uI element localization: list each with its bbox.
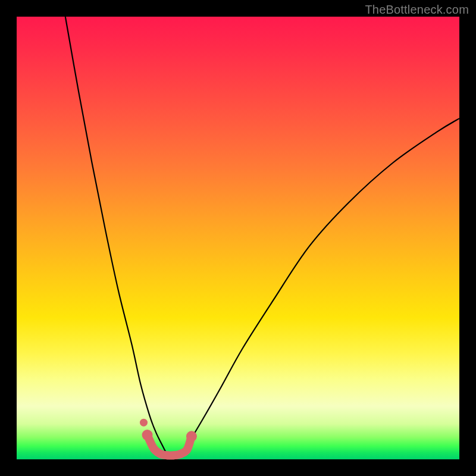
left-branch-curve (65, 17, 167, 455)
chart-frame: TheBottleneck.com (0, 0, 476, 476)
curve-layer (17, 17, 459, 459)
valley-marker-dot (142, 430, 153, 440)
watermark-text: TheBottleneck.com (365, 3, 469, 17)
plot-area (17, 17, 459, 459)
valley-marker-dot (186, 431, 197, 441)
right-branch-curve (180, 118, 459, 455)
valley-marker-group (140, 419, 197, 460)
valley-marker-dot (150, 444, 158, 453)
valley-marker-dot (183, 446, 191, 454)
valley-marker-outlier-dot (140, 419, 148, 427)
